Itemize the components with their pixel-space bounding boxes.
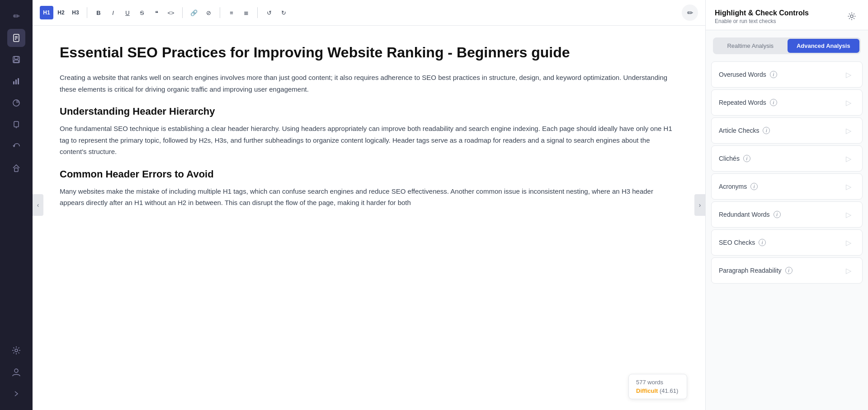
overused-words-info-icon[interactable]: i	[770, 71, 777, 78]
sidebar-icon-undo[interactable]	[7, 137, 25, 155]
check-item-readability[interactable]: Paragraph Readability i ▷	[711, 257, 863, 284]
cliches-label: Clichés	[719, 155, 740, 162]
paragraph-3: Many websites make the mistake of includ…	[60, 186, 678, 209]
article-checks-info-icon[interactable]: i	[763, 127, 770, 134]
h2-button[interactable]: H2	[54, 6, 68, 19]
divider-4	[257, 7, 258, 18]
difficulty-bar: Difficult (41.61)	[636, 387, 679, 394]
panel-subtitle: Enable or run text checks	[715, 18, 809, 24]
format-group: B I U S ❝ <>	[92, 6, 178, 19]
check-item-overused[interactable]: Overused Words i ▷	[711, 61, 863, 88]
editor-content[interactable]: Essential SEO Practices for Improving We…	[33, 26, 705, 410]
paragraph-readability-label: Paragraph Readability	[719, 267, 782, 274]
check-item-repeated[interactable]: Repeated Words i ▷	[711, 89, 863, 116]
panel-title: Highlight & Check Controls	[715, 9, 809, 17]
sidebar-icon-arrow[interactable]	[7, 385, 25, 403]
check-item-redundant[interactable]: Redundant Words i ▷	[711, 201, 863, 228]
repeated-words-run-button[interactable]: ▷	[842, 96, 855, 109]
heading-hierarchy: Understanding Header Hierarchy	[60, 106, 678, 117]
paragraph-2: One fundamental SEO technique is establi…	[60, 123, 678, 158]
collapse-right-button[interactable]: ›	[694, 194, 705, 216]
svg-point-14	[15, 349, 18, 352]
divider-2	[182, 7, 183, 18]
right-panel: Highlight & Check Controls Enable or run…	[705, 0, 868, 410]
insert-group: 🔗 ⊘	[187, 6, 215, 19]
acronyms-run-button[interactable]: ▷	[842, 180, 855, 193]
svg-rect-13	[14, 168, 18, 172]
repeated-words-label: Repeated Words	[719, 99, 766, 106]
h1-button[interactable]: H1	[40, 6, 53, 19]
article-checks-label: Article Checks	[719, 127, 759, 134]
svg-point-16	[850, 15, 853, 18]
sidebar-icon-pie[interactable]	[7, 94, 25, 112]
cliches-run-button[interactable]: ▷	[842, 152, 855, 165]
overused-words-label: Overused Words	[719, 71, 766, 78]
clear-format-button[interactable]: ⊘	[202, 6, 215, 19]
ordered-list-button[interactable]: ≣	[239, 6, 253, 19]
underline-button[interactable]: U	[121, 6, 134, 19]
sidebar-icon-settings[interactable]	[7, 341, 25, 359]
svg-rect-7	[13, 81, 14, 84]
paragraph-readability-run-button[interactable]: ▷	[842, 264, 855, 277]
pencil-edit-button[interactable]: ✏	[682, 5, 698, 21]
link-button[interactable]: 🔗	[187, 6, 201, 19]
check-item-cliches[interactable]: Clichés i ▷	[711, 145, 863, 172]
redo-button[interactable]: ↻	[277, 6, 290, 19]
sidebar-icon-home[interactable]	[7, 159, 25, 177]
panel-header: Highlight & Check Controls Enable or run…	[706, 0, 868, 30]
unordered-list-button[interactable]: ≡	[225, 6, 238, 19]
word-count: 577 words	[636, 379, 679, 386]
svg-rect-8	[15, 79, 17, 84]
tab-advanced[interactable]: Advanced Analysis	[788, 39, 860, 53]
italic-button[interactable]: I	[106, 6, 120, 19]
sidebar-icon-edit[interactable]: ✏	[7, 7, 25, 25]
sidebar-icon-user[interactable]	[7, 363, 25, 381]
article-checks-run-button[interactable]: ▷	[842, 124, 855, 137]
panel-settings-button[interactable]	[844, 9, 859, 23]
list-group: ≡ ≣	[225, 6, 253, 19]
sidebar-icon-chart[interactable]	[7, 72, 25, 90]
repeated-words-info-icon[interactable]: i	[770, 99, 777, 106]
code-button[interactable]: <>	[164, 6, 178, 19]
history-group: ↺ ↻	[262, 6, 290, 19]
sidebar: ✏	[0, 0, 33, 410]
bold-button[interactable]: B	[92, 6, 105, 19]
sidebar-icon-document[interactable]	[7, 29, 25, 47]
paragraph-readability-info-icon[interactable]: i	[785, 267, 793, 274]
divider-1	[87, 7, 87, 18]
redundant-words-info-icon[interactable]: i	[774, 211, 781, 218]
strikethrough-button[interactable]: S	[135, 6, 149, 19]
article-title: Essential SEO Practices for Improving We…	[60, 44, 678, 61]
toolbar-right: ✏	[682, 5, 698, 21]
editor-area: H1 H2 H3 B I U S ❝ <> 🔗 ⊘ ≡ ≣ ↺ ↻ ✏	[33, 0, 705, 410]
panel-header-text: Highlight & Check Controls Enable or run…	[715, 9, 809, 24]
sidebar-icon-marker[interactable]	[7, 116, 25, 134]
divider-3	[220, 7, 220, 18]
seo-checks-label: SEO Checks	[719, 239, 755, 246]
paragraph-1: Creating a website that ranks well on se…	[60, 72, 678, 95]
h3-button[interactable]: H3	[69, 6, 82, 19]
difficulty-score: (41.61)	[660, 387, 678, 394]
word-count-bar: 577 words Difficult (41.61)	[628, 374, 687, 399]
redundant-words-run-button[interactable]: ▷	[842, 208, 855, 221]
collapse-left-button[interactable]: ‹	[33, 194, 43, 216]
tab-realtime[interactable]: Realtime Analysis	[714, 39, 787, 53]
overused-words-run-button[interactable]: ▷	[842, 68, 855, 81]
check-list: Overused Words i ▷ Repeated Words i ▷ Ar…	[706, 58, 868, 287]
svg-point-15	[14, 369, 18, 373]
check-item-seo[interactable]: SEO Checks i ▷	[711, 229, 863, 256]
toolbar: H1 H2 H3 B I U S ❝ <> 🔗 ⊘ ≡ ≣ ↺ ↻ ✏	[33, 0, 705, 26]
svg-rect-6	[14, 60, 19, 62]
check-item-article[interactable]: Article Checks i ▷	[711, 117, 863, 144]
analysis-tabs: Realtime Analysis Advanced Analysis	[713, 37, 861, 54]
heading-group: H1 H2 H3	[40, 6, 82, 19]
cliches-info-icon[interactable]: i	[743, 155, 750, 162]
check-item-acronyms[interactable]: Acronyms i ▷	[711, 173, 863, 200]
quote-button[interactable]: ❝	[150, 6, 163, 19]
seo-checks-run-button[interactable]: ▷	[842, 236, 855, 249]
undo-button[interactable]: ↺	[262, 6, 276, 19]
seo-checks-info-icon[interactable]: i	[759, 239, 766, 246]
sidebar-icon-save[interactable]	[7, 51, 25, 69]
acronyms-info-icon[interactable]: i	[750, 183, 758, 190]
svg-rect-11	[14, 121, 19, 127]
